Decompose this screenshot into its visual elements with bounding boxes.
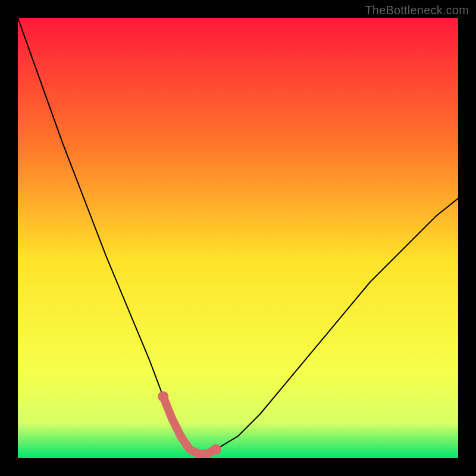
bottleneck-chart xyxy=(18,18,458,458)
watermark-text: TheBottleneck.com xyxy=(365,4,469,17)
highlight-endpoint-dot xyxy=(158,391,168,402)
gradient-background xyxy=(18,18,458,458)
highlight-endpoint-dot xyxy=(211,444,221,455)
chart-frame: TheBottleneck.com xyxy=(0,0,476,476)
